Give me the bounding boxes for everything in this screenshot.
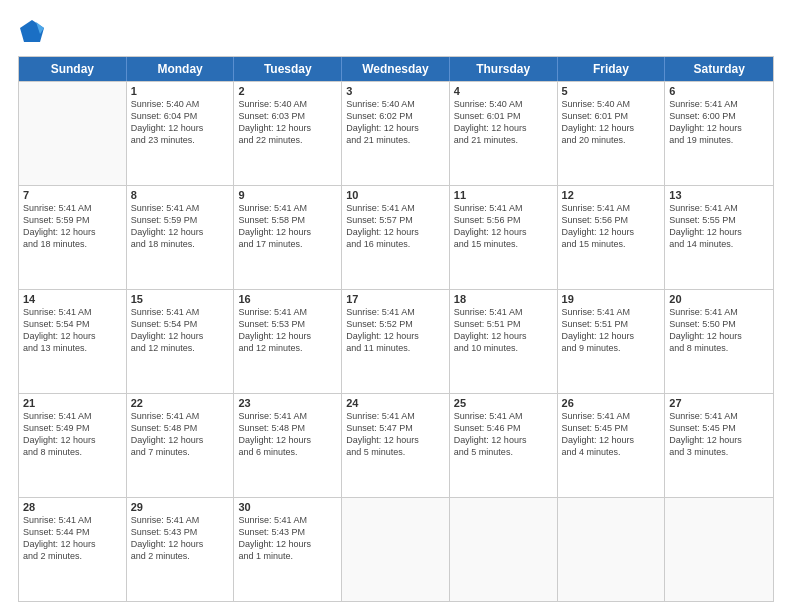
day-number: 2 (238, 85, 337, 97)
logo-icon (18, 18, 46, 46)
day-number: 19 (562, 293, 661, 305)
header-cell-monday: Monday (127, 57, 235, 81)
calendar-cell: 23Sunrise: 5:41 AM Sunset: 5:48 PM Dayli… (234, 394, 342, 497)
calendar-cell: 2Sunrise: 5:40 AM Sunset: 6:03 PM Daylig… (234, 82, 342, 185)
day-info: Sunrise: 5:41 AM Sunset: 5:59 PM Dayligh… (131, 202, 230, 251)
calendar-cell: 7Sunrise: 5:41 AM Sunset: 5:59 PM Daylig… (19, 186, 127, 289)
day-info: Sunrise: 5:41 AM Sunset: 5:54 PM Dayligh… (131, 306, 230, 355)
day-number: 5 (562, 85, 661, 97)
day-number: 7 (23, 189, 122, 201)
day-info: Sunrise: 5:41 AM Sunset: 5:58 PM Dayligh… (238, 202, 337, 251)
calendar-cell: 24Sunrise: 5:41 AM Sunset: 5:47 PM Dayli… (342, 394, 450, 497)
header (18, 18, 774, 46)
calendar-row: 28Sunrise: 5:41 AM Sunset: 5:44 PM Dayli… (19, 497, 773, 601)
calendar-body: 1Sunrise: 5:40 AM Sunset: 6:04 PM Daylig… (19, 81, 773, 601)
day-info: Sunrise: 5:41 AM Sunset: 5:45 PM Dayligh… (669, 410, 769, 459)
calendar-cell: 27Sunrise: 5:41 AM Sunset: 5:45 PM Dayli… (665, 394, 773, 497)
calendar-row: 1Sunrise: 5:40 AM Sunset: 6:04 PM Daylig… (19, 81, 773, 185)
day-number: 15 (131, 293, 230, 305)
day-info: Sunrise: 5:40 AM Sunset: 6:01 PM Dayligh… (454, 98, 553, 147)
calendar-cell: 3Sunrise: 5:40 AM Sunset: 6:02 PM Daylig… (342, 82, 450, 185)
day-info: Sunrise: 5:41 AM Sunset: 6:00 PM Dayligh… (669, 98, 769, 147)
day-info: Sunrise: 5:41 AM Sunset: 5:59 PM Dayligh… (23, 202, 122, 251)
header-cell-wednesday: Wednesday (342, 57, 450, 81)
header-cell-tuesday: Tuesday (234, 57, 342, 81)
day-info: Sunrise: 5:41 AM Sunset: 5:52 PM Dayligh… (346, 306, 445, 355)
calendar-cell (558, 498, 666, 601)
day-number: 17 (346, 293, 445, 305)
day-info: Sunrise: 5:41 AM Sunset: 5:44 PM Dayligh… (23, 514, 122, 563)
day-info: Sunrise: 5:41 AM Sunset: 5:51 PM Dayligh… (454, 306, 553, 355)
day-number: 10 (346, 189, 445, 201)
day-number: 16 (238, 293, 337, 305)
calendar-cell: 18Sunrise: 5:41 AM Sunset: 5:51 PM Dayli… (450, 290, 558, 393)
calendar-cell (450, 498, 558, 601)
calendar-cell: 26Sunrise: 5:41 AM Sunset: 5:45 PM Dayli… (558, 394, 666, 497)
calendar-cell: 30Sunrise: 5:41 AM Sunset: 5:43 PM Dayli… (234, 498, 342, 601)
day-info: Sunrise: 5:40 AM Sunset: 6:04 PM Dayligh… (131, 98, 230, 147)
calendar-cell: 21Sunrise: 5:41 AM Sunset: 5:49 PM Dayli… (19, 394, 127, 497)
calendar-cell: 20Sunrise: 5:41 AM Sunset: 5:50 PM Dayli… (665, 290, 773, 393)
calendar-row: 14Sunrise: 5:41 AM Sunset: 5:54 PM Dayli… (19, 289, 773, 393)
day-number: 11 (454, 189, 553, 201)
calendar-header: SundayMondayTuesdayWednesdayThursdayFrid… (19, 57, 773, 81)
page: SundayMondayTuesdayWednesdayThursdayFrid… (0, 0, 792, 612)
day-number: 20 (669, 293, 769, 305)
calendar-cell: 8Sunrise: 5:41 AM Sunset: 5:59 PM Daylig… (127, 186, 235, 289)
day-info: Sunrise: 5:40 AM Sunset: 6:02 PM Dayligh… (346, 98, 445, 147)
calendar-cell (19, 82, 127, 185)
calendar-cell: 15Sunrise: 5:41 AM Sunset: 5:54 PM Dayli… (127, 290, 235, 393)
calendar-cell: 19Sunrise: 5:41 AM Sunset: 5:51 PM Dayli… (558, 290, 666, 393)
calendar-cell: 12Sunrise: 5:41 AM Sunset: 5:56 PM Dayli… (558, 186, 666, 289)
day-info: Sunrise: 5:41 AM Sunset: 5:51 PM Dayligh… (562, 306, 661, 355)
day-number: 8 (131, 189, 230, 201)
day-info: Sunrise: 5:41 AM Sunset: 5:55 PM Dayligh… (669, 202, 769, 251)
day-info: Sunrise: 5:40 AM Sunset: 6:03 PM Dayligh… (238, 98, 337, 147)
calendar-cell: 9Sunrise: 5:41 AM Sunset: 5:58 PM Daylig… (234, 186, 342, 289)
calendar-cell: 4Sunrise: 5:40 AM Sunset: 6:01 PM Daylig… (450, 82, 558, 185)
day-number: 3 (346, 85, 445, 97)
day-number: 24 (346, 397, 445, 409)
header-cell-friday: Friday (558, 57, 666, 81)
calendar-cell: 14Sunrise: 5:41 AM Sunset: 5:54 PM Dayli… (19, 290, 127, 393)
day-info: Sunrise: 5:41 AM Sunset: 5:48 PM Dayligh… (238, 410, 337, 459)
calendar-cell: 16Sunrise: 5:41 AM Sunset: 5:53 PM Dayli… (234, 290, 342, 393)
day-info: Sunrise: 5:41 AM Sunset: 5:43 PM Dayligh… (131, 514, 230, 563)
day-info: Sunrise: 5:41 AM Sunset: 5:45 PM Dayligh… (562, 410, 661, 459)
day-number: 4 (454, 85, 553, 97)
calendar-cell: 5Sunrise: 5:40 AM Sunset: 6:01 PM Daylig… (558, 82, 666, 185)
calendar-cell: 1Sunrise: 5:40 AM Sunset: 6:04 PM Daylig… (127, 82, 235, 185)
day-number: 21 (23, 397, 122, 409)
calendar-cell: 28Sunrise: 5:41 AM Sunset: 5:44 PM Dayli… (19, 498, 127, 601)
day-number: 9 (238, 189, 337, 201)
day-number: 30 (238, 501, 337, 513)
calendar-cell: 6Sunrise: 5:41 AM Sunset: 6:00 PM Daylig… (665, 82, 773, 185)
day-number: 28 (23, 501, 122, 513)
calendar-cell: 10Sunrise: 5:41 AM Sunset: 5:57 PM Dayli… (342, 186, 450, 289)
day-info: Sunrise: 5:41 AM Sunset: 5:47 PM Dayligh… (346, 410, 445, 459)
day-info: Sunrise: 5:41 AM Sunset: 5:56 PM Dayligh… (562, 202, 661, 251)
day-info: Sunrise: 5:41 AM Sunset: 5:46 PM Dayligh… (454, 410, 553, 459)
day-number: 25 (454, 397, 553, 409)
day-info: Sunrise: 5:41 AM Sunset: 5:53 PM Dayligh… (238, 306, 337, 355)
day-info: Sunrise: 5:41 AM Sunset: 5:57 PM Dayligh… (346, 202, 445, 251)
calendar-cell: 17Sunrise: 5:41 AM Sunset: 5:52 PM Dayli… (342, 290, 450, 393)
day-info: Sunrise: 5:41 AM Sunset: 5:54 PM Dayligh… (23, 306, 122, 355)
day-info: Sunrise: 5:41 AM Sunset: 5:50 PM Dayligh… (669, 306, 769, 355)
calendar-cell: 25Sunrise: 5:41 AM Sunset: 5:46 PM Dayli… (450, 394, 558, 497)
day-info: Sunrise: 5:41 AM Sunset: 5:48 PM Dayligh… (131, 410, 230, 459)
calendar-cell (665, 498, 773, 601)
day-number: 1 (131, 85, 230, 97)
day-number: 12 (562, 189, 661, 201)
day-info: Sunrise: 5:41 AM Sunset: 5:49 PM Dayligh… (23, 410, 122, 459)
calendar-cell (342, 498, 450, 601)
day-number: 27 (669, 397, 769, 409)
calendar: SundayMondayTuesdayWednesdayThursdayFrid… (18, 56, 774, 602)
day-number: 22 (131, 397, 230, 409)
logo (18, 18, 50, 46)
calendar-row: 21Sunrise: 5:41 AM Sunset: 5:49 PM Dayli… (19, 393, 773, 497)
calendar-cell: 11Sunrise: 5:41 AM Sunset: 5:56 PM Dayli… (450, 186, 558, 289)
calendar-cell: 29Sunrise: 5:41 AM Sunset: 5:43 PM Dayli… (127, 498, 235, 601)
day-number: 23 (238, 397, 337, 409)
day-info: Sunrise: 5:40 AM Sunset: 6:01 PM Dayligh… (562, 98, 661, 147)
